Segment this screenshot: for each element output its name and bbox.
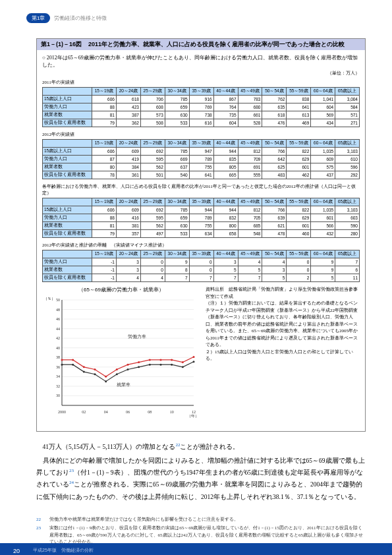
col-header: 15～19歳 [92,198,117,206]
table-row: 15歳以上人口6066096927859479448127668221,0353… [43,148,360,156]
footnote: 22労働力率や就業率は就業希望だけではなく景気動向にも影響を受けることに注意を要… [36,516,366,523]
col-header: 35～39歳 [189,140,213,148]
table-row: 就業者数81381562630755800685621601566590 [43,222,360,230]
table-caption: 各年齢層における労働力率、就業率、人口に占める役員を除く雇用者の比率が2011年… [42,183,360,196]
col-header: 30～34歳 [165,198,189,206]
svg-text:42: 42 [56,336,60,340]
col-header: 20～24歳 [116,140,140,148]
col-header: 60～64歳 [311,198,335,206]
chart-notes: 資料出所 総務省統計局「労働力調査」より厚生労働省労働政策担当参事官室にて作成 … [206,286,360,424]
col-header: 50～54歳 [262,140,287,148]
col-header: 65歳以上 [335,198,360,206]
chart-note-2: ２）15歳以上人口は労働力人口と非労働力人口との和として計算している。 [206,349,360,363]
svg-text:2000: 2000 [58,410,66,414]
svg-point-57 [182,366,184,368]
col-header: 55～59歳 [287,140,311,148]
svg-text:（年）: （年） [187,414,199,419]
table-row: 労働力人口87419595669789835709642629609610 [43,156,360,163]
col-header: 50～54歳 [262,88,287,96]
svg-text:48: 48 [56,308,60,312]
page-footer: 20 平成25年版 労働経済の分析 [0,543,392,555]
svg-point-54 [149,364,151,366]
col-header: 45～49歳 [238,88,262,96]
col-header: 45～49歳 [238,140,262,148]
footnote-number: 22 [36,516,45,523]
svg-point-52 [127,368,129,370]
col-header: 65歳以上 [335,88,360,96]
col-header: 15～19歳 [92,140,117,148]
col-header: 45～49歳 [238,250,262,258]
col-header: 40～44歳 [213,88,238,96]
col-header: 60～64歳 [311,250,335,258]
col-header: 25～29歳 [140,198,165,206]
svg-point-40 [138,361,140,363]
chapter-badge: 第1章 [26,13,50,23]
col-header: 20～24歳 [116,88,140,96]
svg-point-47 [72,364,74,366]
chart-area: （65～69歳層の労働力率・就業率） 303234363840424446485… [42,286,200,424]
svg-point-58 [193,361,195,363]
col-header: 50～54歳 [262,198,287,206]
figure-title: 2011年と労働力率、就業率、人口に占める役員を除く雇用者の比率が同一であった場… [88,40,345,49]
col-header: 25～29歳 [140,88,165,96]
figure-number: 第1－(1)－16図 [41,40,82,49]
data-table: 15～19歳20～24歳25～29歳30～34歳35～39歳40～44歳45～4… [42,87,360,127]
col-header: 55～59歳 [287,250,311,258]
svg-text:50: 50 [56,298,60,302]
svg-text:38: 38 [56,355,60,359]
table-row: 労働力人口88423608659769764680635641604584 [43,103,360,111]
svg-point-45 [193,356,195,358]
chart-note-1: （注）１）労働力調査においては、結果を算出するための基礎となるベンチマーク人口が… [206,300,360,349]
svg-text:04: 04 [104,410,108,414]
svg-text:40: 40 [56,346,60,350]
col-header: 30～34歳 [165,88,189,96]
footnote-ref-24: 24 [69,480,74,485]
tables: 2011年の実績値15～19歳20～24歳25～29歳30～34歳35～39歳4… [42,79,360,282]
paragraph-2: 具体的にどの年齢層で増加したかを同図によりみると、増加幅の推計値に対する比率では… [36,455,366,503]
svg-text:10: 10 [170,410,174,414]
svg-point-50 [105,380,107,382]
svg-point-36 [94,368,96,370]
svg-text:32: 32 [56,384,60,388]
table-row: 就業者数-13080553096 [43,266,360,274]
col-header: 30～34歳 [165,250,189,258]
col-header: 30～34歳 [165,140,189,148]
chapter-title: 労働経済の推移と特徴 [54,15,107,21]
col-header: 60～64歳 [311,140,335,148]
col-header: 25～29歳 [140,140,165,148]
chart-section: （65～69歳層の労働力率・就業率） 303234363840424446485… [42,286,360,424]
line-chart: 30323436384042444648502000020406081012（％… [42,293,200,419]
svg-point-48 [83,371,85,373]
chart-source: 資料出所 総務省統計局「労働力調査」より厚生労働省労働政策担当参事官室にて作成 [206,286,360,300]
figure-subtitle: ○ 2012年は65～69歳層の労働力率・就業率が伸びたこともあり、同年齢層にお… [42,54,360,69]
col-header: 50～54歳 [262,250,287,258]
footnote-text: 実数には付1－(1)－9表のとおり、役員を除く雇用者数の実績は65～69歳層が最… [49,525,366,546]
col-header: 35～39歳 [189,88,213,96]
chart-title: （65～69歳層の労働力率・就業率） [42,286,200,293]
col-header: 40～44歳 [213,198,238,206]
footnote-ref-23: 23 [69,468,74,473]
svg-point-44 [182,361,184,363]
svg-text:30: 30 [56,394,60,397]
footnote: 23実数には付1－(1)－9表のとおり、役員を除く雇用者数の実績は65～69歳層… [36,525,366,546]
svg-point-37 [105,376,107,378]
figure-header: 第1－(1)－16図 2011年と労働力率、就業率、人口に占める役員を除く雇用者… [37,39,365,50]
svg-text:06: 06 [126,410,130,414]
table-row: 15歳以上人口6066187067859168677837628381,0413… [43,96,360,103]
table-row: 役員を除く雇用者数7936250853361660452847646943427… [43,119,360,127]
svg-point-41 [149,359,151,361]
svg-point-46 [61,364,63,366]
svg-point-38 [116,368,118,370]
svg-text:46: 46 [56,317,60,321]
footnote-text: 労働力率や就業率は就業希望だけではなく景気動向にも影響を受けることに注意を要する… [49,516,366,523]
data-table: 15～19歳20～24歳25～29歳30～34歳35～39歳40～44歳45～4… [42,139,360,179]
table-row: 就業者数80384562637755805691625601575596 [43,163,360,171]
col-header: 65歳以上 [335,250,360,258]
svg-text:08: 08 [148,410,152,414]
svg-text:（％）: （％） [43,297,55,301]
svg-text:労働力率: 労働力率 [128,334,146,339]
col-header: 35～39歳 [189,198,213,206]
col-header: 40～44歳 [213,140,238,148]
table-caption: 2012年の実績値 [42,131,360,138]
svg-point-56 [171,364,173,366]
